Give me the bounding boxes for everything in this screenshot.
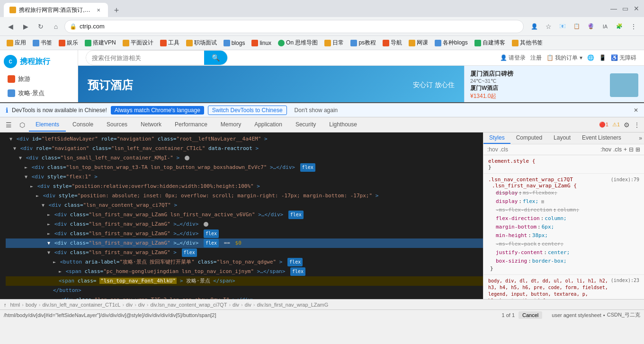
close-info-btn[interactable]: ✕ xyxy=(634,107,638,114)
html-line[interactable]: ► <span class="pc_home-gongluejingdian l… xyxy=(6,267,483,276)
html-line[interactable]: ► <div style="position: absolute; inset:… xyxy=(6,191,483,201)
bookmark-allblogs[interactable]: 各种blogs xyxy=(432,38,471,48)
tab-elements[interactable]: Elements xyxy=(29,118,66,132)
bookmark-daily[interactable]: 日常 xyxy=(322,38,347,48)
bookmark-blogs[interactable]: blogs xyxy=(221,39,248,47)
search-input[interactable] xyxy=(86,52,204,64)
st-tab-events[interactable]: Event Listeners xyxy=(576,132,627,144)
tab-application[interactable]: Application xyxy=(248,118,289,132)
tab-security[interactable]: Security xyxy=(289,118,322,132)
html-line[interactable]: ► <div class="lsn_son_nav_wrap_TJFu2 lsn… xyxy=(6,295,483,299)
register-btn[interactable]: 注册 xyxy=(530,54,542,62)
html-line[interactable]: ► <div class="lsn_first_nav_wrap_LZamG" … xyxy=(6,220,483,229)
bookmark-bookmarks[interactable]: 书签 xyxy=(30,38,55,48)
dont-show-again-btn[interactable]: Don't show again xyxy=(291,106,342,115)
extension1-btn[interactable]: 📧 xyxy=(556,20,569,33)
html-line[interactable]: ► <div class="lsn_top_button_wrap_t3-TA … xyxy=(6,163,483,172)
bookmark-ps[interactable]: ps教程 xyxy=(348,38,379,48)
breadcrumb-div4[interactable]: div.lsn_nav_content_wrap_ci7QT xyxy=(151,302,227,308)
breadcrumb-div6[interactable]: div xyxy=(245,302,251,308)
bookmark-entertainment[interactable]: 娱乐 xyxy=(56,38,81,48)
html-line[interactable]: ► <button aria-label="攻略·景点 按回车键打开菜单" cl… xyxy=(6,257,483,267)
switch-chinese-btn[interactable]: Switch DevTools to Chinese xyxy=(208,106,287,115)
html-line-highlighted[interactable]: <span class= "lsn_top_nav_Font_4hlkU" > … xyxy=(6,276,483,286)
html-panel[interactable]: ▼ <div id="leftSideNavLayer" role="navig… xyxy=(0,132,483,299)
bookmark-selfblog[interactable]: 自建博客 xyxy=(472,38,508,48)
bookmark-interview[interactable]: 职场面试 xyxy=(183,38,220,48)
st-tab-computed[interactable]: Computed xyxy=(510,132,548,144)
profile-btn[interactable]: 👤 xyxy=(528,20,541,33)
html-line[interactable]: ▼ <div role="navigation" class="lsn_left… xyxy=(6,144,483,153)
breadcrumb-div1[interactable]: div.lsn_left_nav_container_CT1cL xyxy=(42,302,120,308)
sidebar-travel-item[interactable]: 旅游 xyxy=(4,72,74,86)
st-tab-styles[interactable]: Styles xyxy=(483,132,510,144)
html-line[interactable]: ► <div class="lsn_first_nav_wrap_LZamG l… xyxy=(6,210,483,220)
mobile-btn[interactable]: 📱 xyxy=(599,54,606,61)
new-tab-btn[interactable]: + xyxy=(110,4,123,17)
devtools-inspect-icon[interactable]: ⬡ xyxy=(16,118,29,132)
login-btn[interactable]: 👤 请登录 xyxy=(500,54,526,62)
breadcrumb-div7[interactable]: div.lsn_first_nav_wrap_LZamG xyxy=(257,302,329,308)
maximize-btn[interactable]: ▭ xyxy=(621,5,629,12)
tab-memory[interactable]: Memory xyxy=(214,118,248,132)
sidebar-guide-item[interactable]: 攻略·景点 xyxy=(4,86,74,100)
breadcrumb-div3[interactable]: div xyxy=(138,302,145,308)
tab-console[interactable]: Console xyxy=(66,118,100,132)
address-bar[interactable]: 🔒 ctrip.com xyxy=(64,20,524,33)
more-filter-btn[interactable]: ⊞ xyxy=(635,146,640,153)
more-styles-icon[interactable]: » xyxy=(637,133,644,143)
html-line[interactable]: ▼ <div class="lsn_first_nav_wrap_LZamG" … xyxy=(6,248,483,257)
css-file-ref[interactable]: (index):79 xyxy=(611,177,639,182)
bookmark-others[interactable]: 其他书签 xyxy=(509,38,546,48)
bookmark-linux[interactable]: linux xyxy=(249,39,274,47)
hov-btn[interactable]: :hov xyxy=(600,146,611,153)
star-btn[interactable]: ☆ xyxy=(542,20,555,33)
html-line[interactable]: ▼ <div style="flex:1" > xyxy=(6,172,483,182)
minimize-btn[interactable]: — xyxy=(610,5,617,12)
lang-btn[interactable]: 🌐 xyxy=(587,54,594,61)
settings-icon[interactable]: ⚙ xyxy=(624,121,630,129)
menu-btn[interactable]: ⋮ xyxy=(627,20,640,33)
add-rule-btn[interactable]: + xyxy=(624,146,627,153)
bookmark-mindmap[interactable]: On 思维导图 xyxy=(275,38,321,48)
breadcrumb-div5[interactable]: div xyxy=(233,302,239,308)
bookmark-design[interactable]: 平面设计 xyxy=(120,38,156,48)
bookmark-tools[interactable]: 工具 xyxy=(157,38,182,48)
breadcrumb-body[interactable]: body xyxy=(26,302,37,308)
bookmark-apps[interactable]: 应用 xyxy=(4,38,29,48)
more-icon[interactable]: ⋮ xyxy=(634,121,640,129)
reload-btn[interactable]: ↻ xyxy=(34,20,47,33)
tab-lighthouse[interactable]: Lighthouse xyxy=(322,118,364,132)
breadcrumb-html[interactable]: html xyxy=(10,302,20,308)
accessibility-btn[interactable]: ♿ 无障碍 xyxy=(611,54,636,62)
match-language-btn[interactable]: Always match Chrome's language xyxy=(111,106,204,115)
st-tab-layout[interactable]: Layout xyxy=(548,132,576,144)
search-box[interactable]: 🔍 xyxy=(86,50,228,65)
search-btn[interactable]: 🔍 xyxy=(204,51,227,65)
extension4-btn[interactable]: IA xyxy=(599,20,612,33)
extension3-btn[interactable]: 🔮 xyxy=(584,20,598,33)
active-tab[interactable]: 携程旅行网官网:酒店预订,机票... ✕ xyxy=(4,3,108,17)
tab-close-btn[interactable]: ✕ xyxy=(95,6,102,14)
bookmark-nav[interactable]: 导航 xyxy=(380,38,405,48)
scroll-up-btn[interactable]: ↑ xyxy=(4,302,7,308)
bookmark-vpn[interactable]: 搭建VPN xyxy=(82,38,119,48)
bookmark-course[interactable]: 网课 xyxy=(406,38,431,48)
html-line[interactable]: ► <div style="position:relative;overflow… xyxy=(6,182,483,191)
close-btn[interactable]: ✕ xyxy=(633,5,640,12)
cancel-search-btn[interactable]: Cancel xyxy=(519,311,542,319)
tab-network[interactable]: Network xyxy=(134,118,168,132)
cls-btn[interactable]: .cls xyxy=(613,146,622,153)
tab-performance[interactable]: Performance xyxy=(168,118,214,132)
home-btn[interactable]: ⌂ xyxy=(49,20,63,33)
html-line-selected[interactable]: ▼ <div class="lsn_first_nav_wrap_LZamG" … xyxy=(6,238,483,248)
filter-input[interactable] xyxy=(487,146,599,153)
back-btn[interactable]: ◀ xyxy=(4,20,17,33)
breadcrumb-div2[interactable]: div xyxy=(126,302,133,308)
extensions-btn[interactable]: 🧩 xyxy=(613,20,626,33)
orders-btn[interactable]: 📋 我的订单 ▾ xyxy=(546,54,582,62)
html-line[interactable]: ▼ <div id="leftSideNavLayer" role="navig… xyxy=(6,134,483,144)
forward-btn[interactable]: ▶ xyxy=(19,20,32,33)
tab-sources[interactable]: Sources xyxy=(100,118,134,132)
devtools-menu-icon[interactable]: ☰ xyxy=(2,118,16,132)
